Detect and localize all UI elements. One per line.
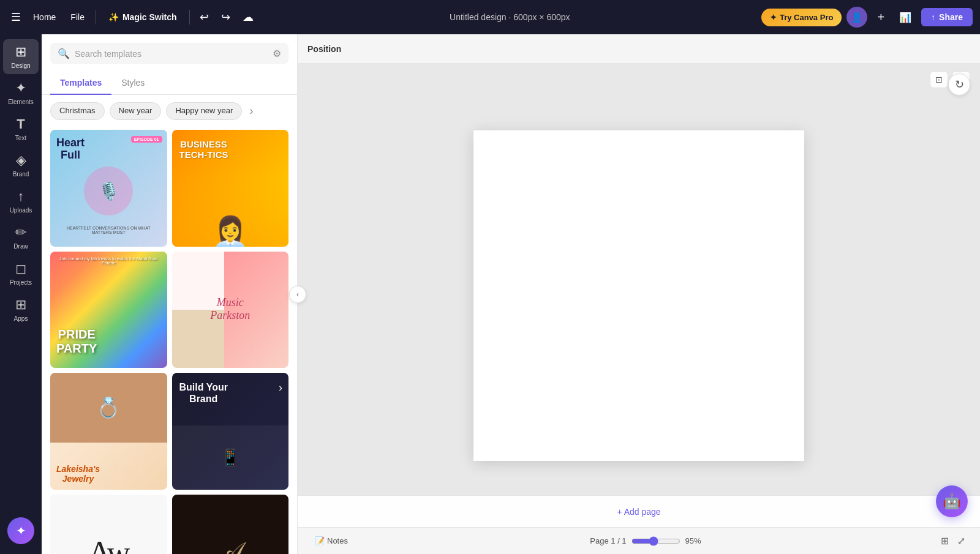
- heartfull-subtitle: HEARTFELT CONVERSATIONS ON WHAT MATTERS …: [56, 226, 161, 234]
- notes-button[interactable]: 📝 Notes: [310, 534, 353, 548]
- page-info: Page 1 / 1: [590, 536, 626, 545]
- sidebar-item-design[interactable]: ⊞ Design: [3, 39, 39, 74]
- panel-tags: Christmas New year Happy new year ›: [42, 95, 297, 127]
- expand-button[interactable]: ⤢: [955, 533, 968, 549]
- home-label: Home: [33, 12, 56, 22]
- template-card-pride-inner: PRIDEPARTY Join me and my fab friends to…: [50, 252, 167, 369]
- share-icon: ↑: [931, 12, 935, 22]
- topbar-center: Untitled design · 600px × 600px: [261, 12, 759, 22]
- template-card-pride[interactable]: PRIDEPARTY Join me and my fab friends to…: [50, 252, 167, 369]
- pride-title: PRIDEPARTY: [56, 328, 97, 356]
- sidebar-item-brand[interactable]: ◈ Brand: [3, 148, 39, 182]
- template-card-heartfull-inner: HeartFull EPISODE 01 🎙️ HEARTFELT CONVER…: [50, 130, 167, 247]
- apps-icon: ⊞: [15, 297, 26, 313]
- divider-2: [189, 10, 190, 24]
- tab-templates-label: Templates: [60, 78, 102, 88]
- jewelry-title: Lakeisha'sJewelry: [56, 464, 100, 484]
- canvas-refresh-button[interactable]: ↻: [948, 73, 970, 95]
- panel-tabs: Templates Styles: [42, 72, 297, 95]
- sidebar-item-text[interactable]: T Text: [3, 111, 39, 146]
- magic-switch-button[interactable]: ✨ Magic Switch: [101, 9, 184, 26]
- divider-1: [96, 10, 96, 24]
- hide-panel-button[interactable]: ‹: [289, 286, 306, 303]
- file-button[interactable]: File: [64, 9, 91, 26]
- template-card-alicia[interactable]: 𝒜: [172, 495, 289, 555]
- template-card-music[interactable]: MusicParkston: [172, 252, 289, 369]
- home-button[interactable]: Home: [27, 9, 62, 26]
- main-area: ⊞ Design ✦ Elements T Text ◈ Brand ↑ Upl…: [0, 34, 980, 554]
- template-card-alicia-inner: 𝒜: [172, 495, 289, 555]
- elements-icon: ✦: [15, 80, 26, 96]
- template-grid: HeartFull EPISODE 01 🎙️ HEARTFELT CONVER…: [47, 127, 292, 554]
- canvas-container: ⊡ ⊕ ↻ + Add page: [298, 64, 980, 527]
- hide-panel-icon: ‹: [296, 290, 299, 299]
- sidebar-item-label-elements: Elements: [8, 99, 34, 105]
- page-controls: 📝 Notes Page 1 / 1 95% ⊞ ⤢: [298, 527, 980, 554]
- refresh-icon: ↻: [955, 78, 964, 91]
- canvas-white: [473, 130, 804, 461]
- cloud-save-button[interactable]: ☁: [238, 7, 258, 28]
- template-card-jewelry[interactable]: 💍 Lakeisha'sJewelry: [50, 373, 167, 490]
- tag-newyear-label: New year: [119, 106, 153, 115]
- sidebar-item-elements[interactable]: ✦ Elements: [3, 75, 39, 110]
- tag-newyear[interactable]: New year: [110, 102, 162, 120]
- tag-more-icon[interactable]: ›: [247, 102, 255, 120]
- filter-icon[interactable]: ⚙: [273, 48, 281, 59]
- magic-ball-button[interactable]: ✦: [7, 517, 34, 544]
- sidebar-item-apps[interactable]: ⊞ Apps: [3, 292, 39, 327]
- undo-button[interactable]: ↩: [195, 7, 214, 28]
- pro-icon: ✦: [770, 13, 777, 22]
- template-card-aw[interactable]: Aw Aesthetics Villanueva: [50, 495, 167, 555]
- analytics-icon: 📊: [899, 12, 911, 23]
- ai-assistant-icon: 🤖: [943, 493, 961, 510]
- sidebar-item-label-draw: Draw: [13, 243, 28, 250]
- sidebar-item-uploads[interactable]: ↑ Uploads: [3, 184, 39, 219]
- canvas-icon-btn-1[interactable]: ⊡: [930, 71, 948, 88]
- tab-styles[interactable]: Styles: [111, 72, 154, 95]
- share-button[interactable]: ↑ Share: [921, 8, 973, 26]
- add-page-button[interactable]: + Add page: [298, 495, 980, 527]
- tab-templates[interactable]: Templates: [50, 72, 111, 95]
- sidebar-item-draw[interactable]: ✏ Draw: [3, 220, 39, 255]
- panel-wrapper: 🔍 ⚙ Templates Styles Christmas New yea: [42, 34, 298, 554]
- search-input[interactable]: [75, 49, 268, 59]
- redo-icon: ↪: [221, 10, 230, 24]
- topbar-right: ✦ Try Canva Pro 👤 + 📊 ↑ Share: [761, 7, 973, 28]
- undo-icon: ↩: [200, 10, 209, 24]
- draw-icon: ✏: [15, 225, 26, 241]
- avatar[interactable]: 👤: [846, 7, 867, 28]
- tag-christmas[interactable]: Christmas: [50, 102, 105, 120]
- sidebar-item-label-uploads: Uploads: [10, 207, 32, 214]
- template-card-businesstech[interactable]: BUSINESSTECH-TICS 👩‍💼: [172, 130, 289, 247]
- sidebar-bottom: ✦: [7, 512, 34, 549]
- expand-icon: ⤢: [957, 536, 965, 546]
- zoom-percent: 95%: [685, 536, 701, 545]
- sidebar-item-projects[interactable]: ◻ Projects: [3, 256, 39, 291]
- grid-view-button[interactable]: ⊞: [938, 533, 951, 549]
- template-card-buildbrand[interactable]: Build YourBrand › 📱: [172, 373, 289, 490]
- add-collaborator-button[interactable]: +: [872, 8, 889, 27]
- canvas-area: Position ⊡ ⊕ ↻ + Add page: [298, 34, 980, 554]
- tab-styles-label: Styles: [121, 78, 145, 88]
- analytics-button[interactable]: 📊: [894, 8, 916, 27]
- tag-happynewyear[interactable]: Happy new year: [166, 102, 242, 120]
- magic-switch-icon: ✨: [108, 12, 119, 22]
- template-card-aw-inner: Aw Aesthetics Villanueva: [50, 495, 167, 555]
- zoom-control: Page 1 / 1 95%: [590, 536, 701, 546]
- design-title: Untitled design · 600px × 600px: [450, 12, 570, 22]
- try-pro-button[interactable]: ✦ Try Canva Pro: [761, 9, 842, 26]
- zoom-slider[interactable]: [631, 536, 680, 546]
- buildbrand-arrow: ›: [279, 381, 282, 394]
- plus-icon: +: [877, 10, 884, 24]
- sidebar-item-label-text: Text: [15, 135, 26, 141]
- ai-assistant-button[interactable]: 🤖: [936, 485, 968, 517]
- design-icon: ⊞: [15, 44, 26, 60]
- redo-button[interactable]: ↪: [216, 7, 235, 28]
- music-title: MusicParkston: [210, 296, 250, 323]
- cloud-icon: ☁: [243, 10, 254, 24]
- template-card-heartfull[interactable]: HeartFull EPISODE 01 🎙️ HEARTFELT CONVER…: [50, 130, 167, 247]
- tag-christmas-label: Christmas: [59, 106, 96, 115]
- icon-sidebar: ⊞ Design ✦ Elements T Text ◈ Brand ↑ Upl…: [0, 34, 42, 554]
- hamburger-button[interactable]: ☰: [7, 7, 24, 28]
- alicia-title: 𝒜: [218, 536, 243, 554]
